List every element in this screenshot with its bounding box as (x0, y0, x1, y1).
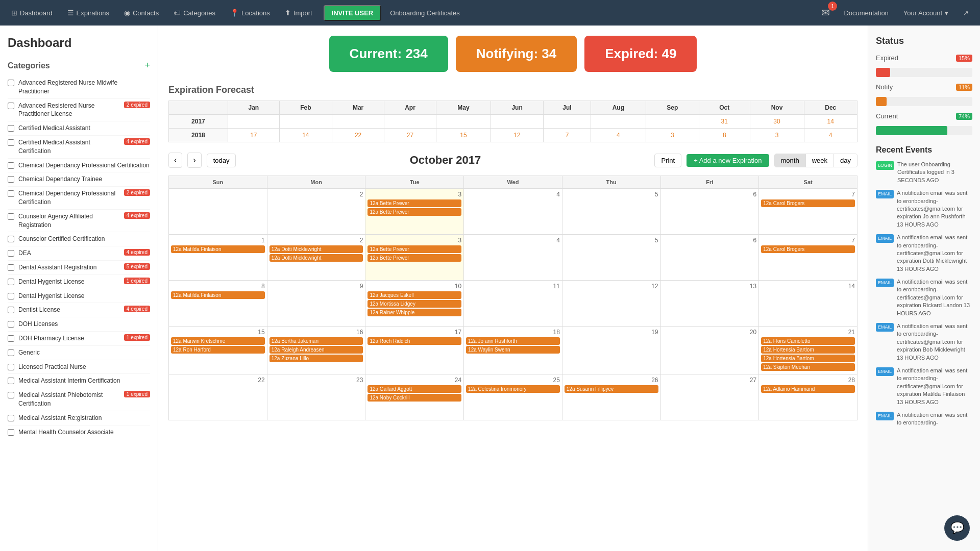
category-item[interactable]: Counselor Agency Affiliated Registration… (8, 210, 150, 233)
calendar-event[interactable]: 12a Carol Brogers (761, 199, 855, 207)
category-item[interactable]: Chemical Dependency Professional Certifi… (8, 187, 150, 210)
calendar-event[interactable]: 12a Celestina Ironmonory (466, 385, 560, 393)
category-checkbox[interactable] (8, 293, 14, 299)
nav-item-import[interactable]: ⬆ Import (279, 6, 318, 20)
forecast-value[interactable]: 14 (302, 132, 309, 139)
calendar-event[interactable]: 12a Bertha Jakeman (270, 337, 363, 345)
category-checkbox[interactable] (8, 162, 14, 169)
calendar-event[interactable]: 12a Bette Prewer (368, 199, 461, 207)
calendar-cell[interactable]: 22 (169, 374, 267, 420)
category-item[interactable]: Certified Medical Assistant Certificatio… (8, 136, 150, 159)
add-category-button[interactable]: + (144, 60, 150, 71)
forecast-value[interactable]: 30 (773, 118, 780, 125)
invite-user-button[interactable]: INVITE USER (324, 5, 382, 21)
calendar-cell[interactable]: 112a Matilda Finlaison (169, 235, 267, 281)
category-checkbox[interactable] (8, 236, 14, 242)
calendar-cell[interactable]: 2812a Adlaino Hammand (759, 374, 857, 420)
calendar-event[interactable]: 12a Skipton Meehan (761, 363, 855, 371)
nav-item-account[interactable]: Your Account ▾ (897, 6, 954, 20)
calendar-cell[interactable]: 12 (562, 281, 660, 327)
forecast-value[interactable]: 12 (513, 132, 520, 139)
calendar-cell[interactable]: 27 (660, 374, 759, 420)
calendar-event[interactable]: 12a Gallard Aggott (368, 385, 461, 393)
nav-item-contacts[interactable]: ◉ Contacts (118, 6, 165, 20)
calendar-cell[interactable]: 4 (464, 189, 562, 235)
category-item[interactable]: Chemical Dependancy Trainee (8, 172, 150, 187)
calendar-event[interactable]: 12a Dotti Micklewright (270, 254, 363, 262)
category-item[interactable]: Dental Assistant Registration 5 expired (8, 261, 150, 275)
category-checkbox[interactable] (8, 429, 14, 436)
category-item[interactable]: DOH Licenses (8, 317, 150, 332)
calendar-cell[interactable] (169, 189, 267, 235)
forecast-value[interactable]: 27 (407, 132, 413, 139)
add-expiration-button[interactable]: + Add a new Expiration (687, 154, 769, 167)
calendar-event[interactable]: 12a Susann Fillipyev (565, 385, 658, 393)
category-item[interactable]: Medical Assistant Interim Certification (8, 374, 150, 388)
calendar-cell[interactable]: 5 (562, 235, 660, 281)
calendar-cell[interactable]: 1612a Bertha Jakeman12a Raleigh Andrease… (267, 327, 365, 374)
calendar-next-button[interactable]: › (187, 153, 201, 168)
calendar-event[interactable]: 12a Bette Prewer (368, 245, 461, 253)
category-checkbox[interactable] (8, 415, 14, 421)
calendar-cell[interactable]: 312a Bette Prewer12a Bette Prewer (365, 189, 464, 235)
calendar-event[interactable]: 12a Marwin Kretschme (171, 337, 265, 345)
chat-button[interactable]: 💬 (944, 515, 970, 541)
forecast-value[interactable]: 22 (355, 132, 361, 139)
calendar-cell[interactable]: 2 (267, 189, 365, 235)
calendar-event[interactable]: 12a Adlaino Hammand (761, 385, 855, 393)
forecast-value[interactable]: 4 (829, 132, 832, 139)
nav-item-dashboard[interactable]: ⊞ Dashboard (5, 6, 59, 20)
forecast-value[interactable]: 17 (250, 132, 257, 139)
category-checkbox[interactable] (8, 279, 14, 285)
calendar-cell[interactable]: 712a Carol Brogers (759, 235, 857, 281)
calendar-day-view-button[interactable]: day (834, 154, 857, 167)
calendar-cell[interactable]: 11 (464, 281, 562, 327)
calendar-cell[interactable]: 6 (660, 189, 759, 235)
category-item[interactable]: Dental Hygenist License (8, 289, 150, 304)
category-checkbox[interactable] (8, 176, 14, 183)
category-checkbox[interactable] (8, 392, 14, 398)
calendar-cell[interactable]: 312a Bette Prewer12a Bette Prewer (365, 235, 464, 281)
expired-card[interactable]: Expired: 49 (584, 36, 697, 72)
forecast-value[interactable]: 4 (617, 132, 620, 139)
category-item[interactable]: Medical Assistant Phlebotomist Certifica… (8, 388, 150, 411)
calendar-cell[interactable]: 5 (562, 189, 660, 235)
category-item[interactable]: Mental Health Counselor Associate (8, 425, 150, 440)
current-card[interactable]: Current: 234 (329, 36, 448, 72)
calendar-cell[interactable]: 2112a Floris Camoletto12a Hortensia Bart… (759, 327, 857, 374)
notifying-card[interactable]: Notifying: 34 (456, 36, 577, 72)
calendar-cell[interactable]: 19 (562, 327, 660, 374)
calendar-event[interactable]: 12a Zuzana Lillo (270, 355, 363, 362)
calendar-cell[interactable]: 14 (759, 281, 857, 327)
category-checkbox[interactable] (8, 103, 14, 109)
forecast-value[interactable]: 31 (721, 118, 728, 125)
calendar-cell[interactable]: 712a Carol Brogers (759, 189, 857, 235)
forecast-value[interactable]: 8 (723, 132, 726, 139)
calendar-event[interactable]: 12a Jacques Eskell (368, 291, 461, 299)
calendar-event[interactable]: 12a Dotti Micklewright (270, 245, 363, 253)
calendar-month-view-button[interactable]: month (775, 154, 806, 167)
nav-share-icon[interactable]: ↗ (957, 6, 975, 20)
category-item[interactable]: Dental Hygenist License 1 expired (8, 275, 150, 289)
calendar-cell[interactable]: 13 (660, 281, 759, 327)
calendar-cell[interactable]: 2512a Celestina Ironmonory (464, 374, 562, 420)
calendar-event[interactable]: 12a Bette Prewer (368, 208, 461, 216)
calendar-event[interactable]: 12a Roch Riddich (368, 337, 461, 345)
calendar-event[interactable]: 12a Hortensia Bartlom (761, 346, 855, 354)
nav-item-documentation[interactable]: Documentation (838, 6, 894, 20)
category-checkbox[interactable] (8, 364, 14, 370)
category-checkbox[interactable] (8, 125, 14, 132)
category-item[interactable]: DOH Pharmacy License 1 expired (8, 332, 150, 346)
calendar-week-view-button[interactable]: week (806, 154, 834, 167)
calendar-cell[interactable]: 1812a Jo ann Rushforth12a Waylin Swenn (464, 327, 562, 374)
category-item[interactable]: Counselor Certified Certification (8, 232, 150, 246)
category-checkbox[interactable] (8, 321, 14, 328)
forecast-value[interactable]: 3 (775, 132, 779, 139)
forecast-value[interactable]: 14 (827, 118, 834, 125)
calendar-cell[interactable]: 9 (267, 281, 365, 327)
calendar-cell[interactable]: 1512a Marwin Kretschme12a Ron Harford (169, 327, 267, 374)
category-checkbox[interactable] (8, 264, 14, 271)
forecast-value[interactable]: 7 (566, 132, 569, 139)
calendar-event[interactable]: 12a Rainer Whipple (368, 309, 461, 316)
category-item[interactable]: Certified Medical Assistant (8, 121, 150, 136)
